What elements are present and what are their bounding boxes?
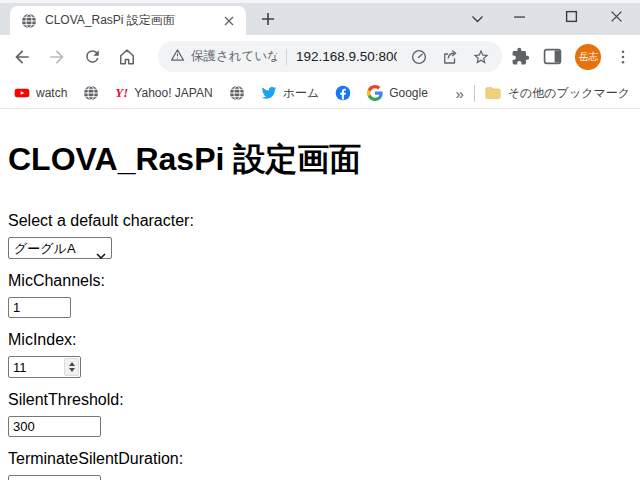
side-panel-button[interactable] — [543, 47, 562, 66]
browser-tab[interactable]: CLOVA_RasPi 設定画面 — [10, 6, 246, 35]
field-default-character: Select a default character: グーグルA — [8, 212, 632, 259]
star-icon — [472, 48, 490, 66]
browser-menu-button[interactable] — [614, 48, 632, 66]
tab-favicon-globe-icon — [21, 13, 37, 29]
field-mic-index: MicIndex: — [8, 331, 632, 378]
bookmark-item-site2[interactable] — [229, 85, 245, 101]
share-icon — [441, 48, 459, 66]
number-spinner[interactable] — [64, 358, 79, 376]
twitter-icon — [261, 85, 277, 101]
bookmark-item-watch[interactable]: watch — [14, 85, 67, 101]
close-window-button[interactable] — [605, 7, 627, 29]
bookmark-item-facebook[interactable] — [335, 85, 351, 101]
forward-button[interactable] — [45, 45, 69, 69]
field-silent-threshold: SilentThreshold: — [8, 391, 632, 437]
default-character-label: Select a default character: — [8, 212, 632, 230]
terminate-silent-duration-label: TerminateSilentDuration: — [8, 450, 632, 468]
security-chip[interactable]: 保護されていない通信 — [170, 48, 277, 66]
minimize-icon — [513, 9, 526, 27]
bookmarks-bar: watch Y! Yahoo! JAPAN ホーム Google » その他のブ… — [0, 78, 640, 109]
maximize-window-button[interactable] — [560, 7, 582, 29]
puzzle-icon — [511, 47, 530, 66]
google-icon — [367, 85, 383, 101]
tab-title: CLOVA_RasPi 設定画面 — [45, 12, 220, 29]
bookmarks-divider — [474, 85, 475, 102]
page-content: CLOVA_RasPi 設定画面 Select a default charac… — [0, 110, 640, 480]
performance-gauge-button[interactable] — [410, 48, 428, 66]
bookmark-item-yahoo-japan[interactable]: Y! Yahoo! JAPAN — [115, 85, 212, 101]
youtube-icon — [14, 85, 30, 101]
omnibox-divider — [286, 49, 287, 65]
spin-up-icon[interactable] — [69, 362, 75, 366]
extensions-button[interactable] — [511, 47, 530, 66]
security-label: 保護されていない通信 — [191, 48, 277, 65]
close-icon — [610, 9, 623, 27]
globe-icon — [83, 85, 99, 101]
field-mic-channels: MicChannels: — [8, 272, 632, 318]
kebab-menu-icon — [614, 48, 632, 66]
reload-button[interactable] — [80, 45, 104, 69]
home-icon — [117, 47, 137, 67]
mic-channels-label: MicChannels: — [8, 272, 632, 290]
address-bar[interactable]: 保護されていない通信 192.168.9.50:8000 — [158, 41, 502, 72]
new-tab-button[interactable] — [258, 9, 278, 29]
back-arrow-icon — [12, 47, 32, 67]
bookmark-item-twitter-home[interactable]: ホーム — [261, 85, 320, 102]
gauge-icon — [410, 48, 428, 66]
tab-close-icon[interactable] — [220, 12, 238, 30]
bookmark-item-google[interactable]: Google — [367, 85, 428, 101]
spin-down-icon[interactable] — [69, 368, 75, 372]
chevron-down-icon — [471, 9, 484, 27]
share-button[interactable] — [441, 48, 459, 66]
profile-avatar[interactable]: 岳志 — [575, 44, 601, 70]
field-terminate-silent-duration: TerminateSilentDuration: — [8, 450, 632, 480]
silent-threshold-label: SilentThreshold: — [8, 391, 632, 409]
silent-threshold-input[interactable] — [8, 416, 101, 437]
bookmark-star-button[interactable] — [472, 48, 490, 66]
browser-window: CLOVA_RasPi 設定画面 — [0, 0, 640, 480]
bookmarks-overflow-chevron[interactable]: » — [455, 85, 463, 102]
facebook-icon — [335, 85, 351, 101]
forward-arrow-icon — [47, 47, 67, 67]
warning-triangle-icon — [170, 48, 185, 66]
folder-icon — [485, 86, 501, 100]
mic-channels-input[interactable] — [8, 297, 71, 318]
yahoo-japan-icon: Y! — [115, 85, 128, 101]
mic-index-input[interactable] — [8, 356, 81, 378]
maximize-icon — [565, 9, 578, 27]
browser-toolbar: 保護されていない通信 192.168.9.50:8000 岳志 — [0, 35, 640, 78]
page-title: CLOVA_RasPi 設定画面 — [8, 138, 632, 182]
toolbar-right-cluster: 岳志 — [511, 44, 632, 70]
bookmark-item-site1[interactable] — [83, 85, 99, 101]
other-bookmarks-button[interactable]: その他のブックマーク — [485, 85, 630, 102]
tab-search-button[interactable] — [466, 7, 488, 29]
terminate-silent-duration-input[interactable] — [8, 475, 101, 480]
minimize-window-button[interactable] — [508, 7, 530, 29]
home-button[interactable] — [115, 45, 139, 69]
globe-icon — [229, 85, 245, 101]
reload-icon — [83, 47, 102, 66]
default-character-select[interactable]: グーグルA — [8, 237, 112, 259]
tab-strip: CLOVA_RasPi 設定画面 — [0, 0, 640, 35]
back-button[interactable] — [10, 45, 34, 69]
side-panel-icon — [543, 47, 562, 66]
url-text[interactable]: 192.168.9.50:8000 — [296, 49, 397, 64]
mic-index-label: MicIndex: — [8, 331, 632, 349]
